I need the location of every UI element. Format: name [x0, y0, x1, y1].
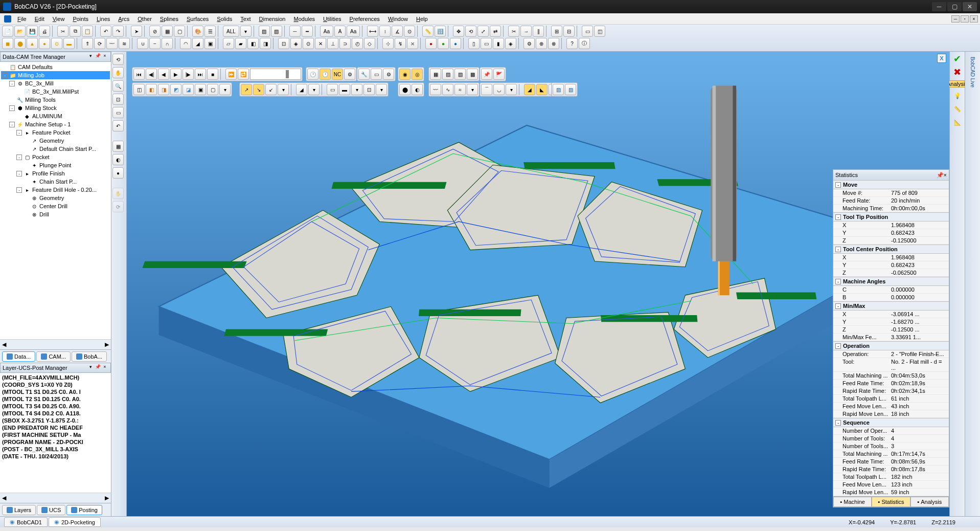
tree-scroll-left-icon[interactable]: ◀	[2, 341, 6, 348]
post-tab[interactable]: Posting	[66, 505, 102, 515]
dimension4-icon[interactable]: ⊙	[404, 26, 415, 37]
td2-icon[interactable]: ◐	[412, 84, 423, 95]
document-tab[interactable]: ◉BobCAD1	[4, 517, 48, 527]
tree-node[interactable]: -⬢Milling Stock	[1, 104, 110, 112]
stats-pin-icon[interactable]: 📌	[937, 172, 944, 179]
c3-icon[interactable]: ≈	[454, 84, 466, 95]
post-tab[interactable]: UCS	[37, 505, 65, 515]
vp-mode2-icon[interactable]: ◐	[112, 154, 124, 165]
tree-expander-icon[interactable]: -	[16, 187, 22, 193]
flag-icon[interactable]: 🚩	[493, 69, 505, 80]
copy-icon[interactable]: ⧉	[70, 26, 81, 37]
red-sphere-icon[interactable]: ●	[425, 38, 437, 49]
all-dropdown[interactable]: ALL	[223, 26, 239, 37]
c2-icon[interactable]: ∿	[442, 84, 453, 95]
array-icon[interactable]: ⊞	[551, 26, 562, 37]
tree-expander-icon[interactable]: -	[16, 130, 22, 136]
post-panel-pin-icon[interactable]: 📌	[94, 364, 101, 371]
mirror-icon[interactable]: ⇄	[490, 26, 501, 37]
p11-icon[interactable]: ▾	[376, 84, 387, 95]
tree-node[interactable]: -⚙BC_3x_Mill	[1, 79, 110, 87]
solid-torus-icon[interactable]: ⊙	[51, 38, 62, 49]
tree-expander-icon[interactable]: -	[16, 171, 22, 176]
surf3-icon[interactable]: ◧	[247, 38, 259, 49]
new-icon[interactable]: 📄	[2, 26, 13, 37]
stats-tab[interactable]: ▪Statistics	[872, 497, 910, 507]
menu-window[interactable]: Window	[384, 15, 412, 23]
tree-node[interactable]: 🔧Milling Tools	[1, 96, 110, 104]
tree-expander-icon[interactable]: -	[9, 122, 15, 127]
stats-section-header[interactable]: -Sequence	[833, 418, 949, 427]
menu-preferences[interactable]: Preferences	[346, 15, 384, 23]
check-icon[interactable]: ✔	[952, 54, 963, 64]
solid-cone-icon[interactable]: ▲	[27, 38, 38, 49]
measure-icon[interactable]: 📏	[422, 26, 434, 37]
settings-icon[interactable]: ⚙	[383, 69, 394, 80]
view-front-icon[interactable]: ▯	[468, 38, 480, 49]
document-tab[interactable]: ◉2D-Pocketing	[49, 517, 101, 527]
loft-icon[interactable]: ≋	[119, 38, 130, 49]
mdi-minimize-button[interactable]: ─	[951, 15, 960, 23]
ucs2-icon[interactable]: ↯	[395, 38, 406, 49]
extrude-icon[interactable]: ⇑	[82, 38, 93, 49]
surf1-icon[interactable]: ▱	[223, 38, 234, 49]
stats-tab[interactable]: ▪Machine	[833, 497, 872, 507]
vp-zoomwin-icon[interactable]: ▭	[112, 107, 124, 118]
menu-text[interactable]: Text	[236, 15, 255, 23]
blue-sphere-icon[interactable]: ●	[450, 38, 461, 49]
hatch-icon[interactable]: ▨	[259, 26, 270, 37]
tree-node[interactable]: -▢Pocket	[1, 153, 110, 161]
step-fwd-icon[interactable]: |▶	[183, 69, 194, 80]
playback-slider[interactable]	[250, 69, 301, 80]
vp-pan-icon[interactable]: ✋	[112, 67, 124, 78]
about-icon[interactable]: ⓘ	[579, 38, 590, 49]
box-icon[interactable]: ▭	[582, 26, 593, 37]
post-scroll-right-icon[interactable]: ▶	[105, 495, 109, 501]
a5-icon[interactable]: ◣	[536, 84, 548, 95]
tape-icon[interactable]: 📐	[952, 117, 963, 127]
p6-icon[interactable]: ▾	[308, 84, 320, 95]
fwd-end-icon[interactable]: ⏭	[195, 69, 206, 80]
tree-node[interactable]: ⊗Drill	[1, 210, 110, 218]
tree-expander-icon[interactable]: -	[16, 154, 22, 160]
post-panel-dropdown-icon[interactable]: ▾	[87, 364, 94, 371]
td1-icon[interactable]: ⬤	[399, 84, 411, 95]
stats-section-header[interactable]: -Move	[833, 180, 949, 189]
print-icon[interactable]: 🖨	[39, 26, 50, 37]
move-icon[interactable]: ✥	[453, 26, 464, 37]
select-all-icon[interactable]: ▦	[162, 26, 173, 37]
vp-mode1-icon[interactable]: ▦	[112, 141, 124, 152]
offset-icon[interactable]: ‖	[533, 26, 544, 37]
pointer-icon[interactable]: ➤	[131, 26, 142, 37]
env2-icon[interactable]: ▨	[442, 69, 453, 80]
close-button[interactable]: ✕	[963, 2, 977, 11]
post-scroll-left-icon[interactable]: ◀	[2, 495, 6, 501]
a4-icon[interactable]: ◢	[524, 84, 535, 95]
vp-hand-icon[interactable]: ✋	[112, 188, 124, 199]
stats-expander-icon[interactable]: -	[835, 182, 841, 188]
viewport-close-button[interactable]: X	[937, 54, 946, 63]
nearest-snap-icon[interactable]: ◇	[364, 38, 375, 49]
extend-icon[interactable]: →	[520, 26, 532, 37]
c1-icon[interactable]: 〰	[430, 84, 441, 95]
save-icon[interactable]: 💾	[27, 26, 38, 37]
post-panel-close-icon[interactable]: ×	[101, 364, 108, 371]
calc-icon[interactable]: 🔢	[435, 26, 446, 37]
revolve-icon[interactable]: ⟳	[94, 38, 105, 49]
delete-icon[interactable]: ⊘	[149, 26, 161, 37]
cam3-icon[interactable]: ⊗	[548, 38, 559, 49]
vp-prev-icon[interactable]: ↶	[112, 120, 124, 131]
env4-icon[interactable]: ▩	[467, 69, 478, 80]
pin-icon[interactable]: 📌	[481, 69, 492, 80]
font-size-icon[interactable]: Aa	[347, 26, 360, 37]
solid-cylinder-icon[interactable]: ⬤	[14, 38, 26, 49]
bool-intersect-icon[interactable]: ∩	[162, 38, 173, 49]
menu-lines[interactable]: Lines	[93, 15, 114, 23]
help-icon[interactable]: ?	[566, 38, 578, 49]
a3-icon[interactable]: ▾	[506, 84, 517, 95]
paste-icon[interactable]: 📋	[82, 26, 93, 37]
stats-tab[interactable]: ▪Analysis	[910, 497, 949, 507]
shade2-icon[interactable]: ◧	[146, 84, 157, 95]
shade3-icon[interactable]: ◨	[158, 84, 169, 95]
stats-expander-icon[interactable]: -	[835, 303, 841, 309]
